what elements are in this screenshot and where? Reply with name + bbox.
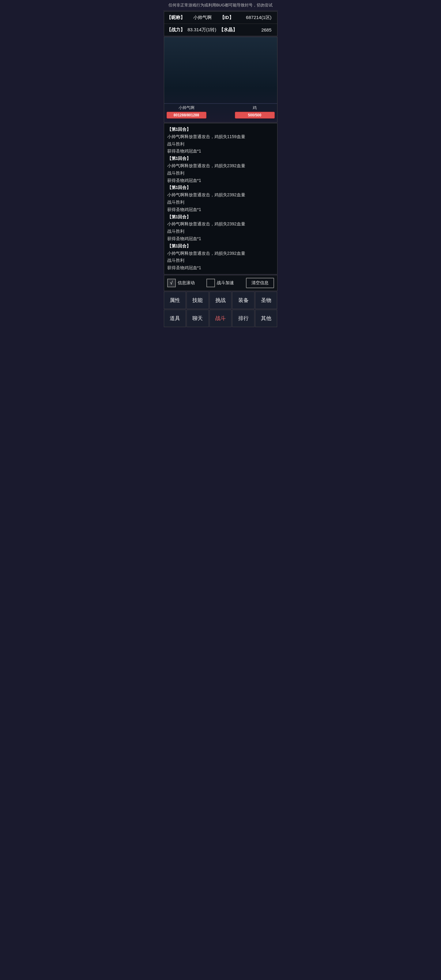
nav-btn-chat[interactable]: 聊天 (186, 310, 209, 327)
log-entry: 战斗胜利 (167, 257, 274, 264)
power-label: 【战力】 (167, 27, 185, 33)
log-entry: 小帅气啊释放普通攻击，鸡损失2392血量 (167, 250, 274, 257)
nav-top-row: 属性技能挑战装备圣物 (164, 291, 277, 309)
nav-btn-ranking[interactable]: 排行 (232, 310, 255, 327)
nav-section: 属性技能挑战装备圣物 道具聊天战斗排行其他 (164, 291, 277, 327)
log-entry: 【第1回合】 (167, 126, 274, 133)
controls-row: √ 信息滚动 战斗加速 清空信息 (164, 275, 277, 291)
enemy-fighter-name: 鸡 (253, 105, 256, 111)
scroll-label: 信息滚动 (178, 280, 195, 286)
power-value: 83.314万(1转) (185, 27, 219, 33)
nav-btn-skills[interactable]: 技能 (186, 291, 209, 309)
speed-checkbox[interactable] (206, 279, 215, 287)
log-entry: 获得圣物鸡冠血*1 (167, 264, 274, 272)
player-info-card: 【昵称】 小帅气啊 【ID】 687214(1区) 【战力】 83.314万(1… (164, 11, 277, 36)
log-entry: 小帅气啊释放普通攻击，鸡损失2392血量 (167, 221, 274, 228)
nav-btn-other[interactable]: 其他 (255, 310, 277, 327)
enemy-hp-container: 500/500 (235, 112, 275, 119)
id-value: 687214(1区) (237, 15, 275, 21)
nickname-row: 【昵称】 小帅气啊 【ID】 687214(1区) (164, 12, 277, 24)
nav-btn-attributes[interactable]: 属性 (164, 291, 186, 309)
id-label: 【ID】 (220, 15, 237, 21)
nav-btn-challenge[interactable]: 挑战 (210, 291, 232, 309)
log-entry: 获得圣物鸡冠血*1 (167, 177, 274, 185)
log-entry: 战斗胜利 (167, 228, 274, 235)
log-entry: 获得圣物鸡冠血*1 (167, 206, 274, 213)
log-entry: 【第1回合】 (167, 184, 274, 191)
log-entry: 战斗胜利 (167, 140, 274, 148)
speed-label: 战斗加速 (217, 280, 234, 286)
battle-log: 【第1回合】小帅气啊释放普通攻击，鸡损失1159血量战斗胜利获得圣物鸡冠血*1【… (164, 123, 277, 274)
scroll-group: √ 信息滚动 (167, 279, 204, 287)
crystal-label: 【水晶】 (219, 27, 237, 33)
nav-btn-battle[interactable]: 战斗 (210, 310, 232, 327)
fighters-row: 小帅气啊 801288/801288 鸡 500/500 (164, 105, 277, 119)
log-entry: 获得圣物鸡冠血*1 (167, 148, 274, 155)
enemy-hp-bar: 500/500 (235, 112, 275, 119)
player-fighter: 小帅气啊 801288/801288 (167, 105, 206, 119)
log-entry: 小帅气啊释放普通攻击，鸡损失2392血量 (167, 191, 274, 199)
crystal-value: 2685 (237, 27, 275, 32)
nickname-label: 【昵称】 (167, 15, 185, 21)
log-entry: 【第1回合】 (167, 213, 274, 221)
nav-btn-relic[interactable]: 圣物 (255, 291, 277, 309)
log-entry: 【第1回合】 (167, 243, 274, 250)
log-entry: 小帅气啊释放普通攻击，鸡损失2392血量 (167, 162, 274, 170)
log-entry: 小帅气啊释放普通攻击，鸡损失1159血量 (167, 133, 274, 140)
clear-button[interactable]: 清空信息 (246, 278, 274, 288)
log-entry: 战斗胜利 (167, 199, 274, 206)
nav-btn-tools[interactable]: 道具 (164, 310, 186, 327)
battle-arena: 小帅气啊 801288/801288 鸡 500/500 (164, 37, 277, 123)
log-entry: 获得圣物鸡冠血*1 (167, 235, 274, 243)
speed-group: 战斗加速 (206, 279, 244, 287)
scroll-checkbox[interactable]: √ (167, 279, 176, 287)
warning-bar: 任何非正常游戏行为或利用BUG都可能导致封号，切勿尝试 (163, 0, 278, 11)
log-entry: 【第1回合】 (167, 155, 274, 162)
nav-bottom-row: 道具聊天战斗排行其他 (164, 310, 277, 327)
player-hp-bar: 801288/801288 (167, 112, 206, 119)
warning-text: 任何非正常游戏行为或利用BUG都可能导致封号，切勿尝试 (169, 3, 272, 7)
player-hp-container: 801288/801288 (167, 112, 206, 119)
arena-floor (164, 103, 277, 104)
log-entry: 战斗胜利 (167, 170, 274, 177)
nav-btn-equipment[interactable]: 装备 (232, 291, 255, 309)
nickname-value: 小帅气啊 (185, 15, 220, 21)
player-fighter-name: 小帅气啊 (178, 105, 194, 111)
enemy-fighter: 鸡 500/500 (235, 105, 275, 119)
power-row: 【战力】 83.314万(1转) 【水晶】 2685 (164, 24, 277, 36)
